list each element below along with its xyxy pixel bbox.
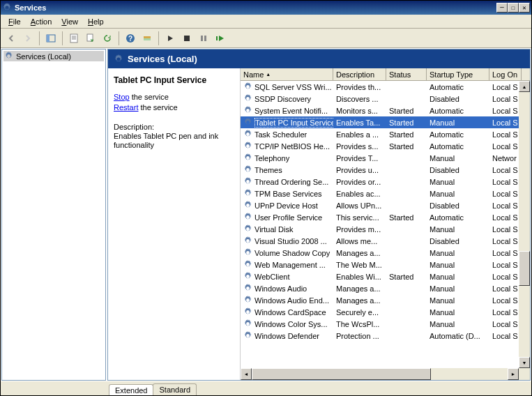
scroll-down-button[interactable]: ▼ — [519, 357, 530, 368]
col-startup-type[interactable]: Startup Type — [427, 68, 489, 80]
forward-button[interactable] — [20, 31, 36, 46]
service-row[interactable]: WebClientEnables Wi...StartedManualLocal… — [241, 271, 530, 282]
titlebar[interactable]: Services ─ ☐ ✕ — [1, 1, 531, 15]
service-row[interactable]: Windows DefenderProtection ...Automatic … — [241, 330, 530, 342]
service-description: Provides or... — [333, 177, 386, 187]
scroll-thumb[interactable] — [519, 251, 530, 286]
service-name: Windows Audio — [254, 284, 307, 293]
tab-standard[interactable]: Standard — [153, 383, 197, 395]
service-logon: Local S — [489, 319, 522, 329]
service-description: This servic... — [333, 213, 386, 222]
service-description: Enables Wi... — [333, 272, 386, 282]
gear-icon — [4, 52, 13, 61]
service-startup: Automatic — [427, 213, 489, 222]
service-row[interactable]: TelephonyProvides T...ManualNetwor — [241, 152, 530, 164]
service-logon: Local S — [489, 236, 522, 246]
pause-service-button[interactable] — [196, 31, 211, 46]
service-row[interactable]: TCP/IP NetBIOS He...Provides s...Started… — [241, 140, 530, 152]
service-name: TPM Base Services — [254, 190, 322, 198]
service-row[interactable]: Windows Color Sys...The WcsPl...ManualLo… — [241, 318, 530, 330]
service-row[interactable]: SSDP DiscoveryDiscovers ...DisabledLocal… — [241, 93, 530, 105]
tree-pane[interactable]: Services (Local) — [1, 49, 106, 381]
service-row[interactable]: Thread Ordering Se...Provides or...Manua… — [241, 176, 530, 188]
service-row[interactable]: ThemesProvides u...DisabledLocal S — [241, 164, 530, 176]
service-row[interactable]: Windows Audio End...Manages a...ManualLo… — [241, 294, 530, 306]
refresh-button[interactable] — [100, 31, 115, 46]
svg-rect-9 — [144, 36, 151, 38]
menu-view[interactable]: View — [56, 16, 83, 27]
service-row[interactable]: Volume Shadow CopyManages a...ManualLoca… — [241, 247, 530, 259]
service-row[interactable]: Web Management ...The Web M...ManualLoca… — [241, 259, 530, 271]
service-icon — [243, 272, 252, 281]
service-name: User Profile Service — [254, 213, 322, 222]
service-logon: Local S — [489, 260, 522, 270]
horizontal-scrollbar[interactable]: ◄ ► — [241, 368, 519, 380]
tab-extended[interactable]: Extended — [109, 384, 153, 396]
service-row[interactable]: Virtual DiskProvides m...ManualLocal S — [241, 223, 530, 235]
service-row[interactable]: TPM Base ServicesEnables ac...ManualLoca… — [241, 188, 530, 199]
service-row[interactable]: Task SchedulerEnables a ...StartedAutoma… — [241, 128, 530, 140]
service-row[interactable]: Windows AudioManages a...ManualLocal S — [241, 282, 530, 294]
service-row[interactable]: SQL Server VSS Wri...Provides th...Autom… — [241, 81, 530, 93]
service-description: Enables Ta... — [333, 118, 386, 128]
service-status: Started — [386, 118, 427, 128]
service-startup: Disabled — [427, 236, 489, 246]
col-name[interactable]: Name▲ — [241, 68, 333, 80]
service-description: Manages a... — [333, 248, 386, 258]
start-service-button[interactable] — [162, 31, 178, 46]
tree-node-services-local[interactable]: Services (Local) — [3, 51, 104, 61]
service-icon — [243, 106, 252, 115]
col-log-on[interactable]: Log On — [489, 68, 522, 80]
restart-service-button[interactable] — [213, 31, 228, 46]
minimize-button[interactable]: ─ — [496, 3, 508, 13]
service-status — [386, 205, 427, 206]
menu-file[interactable]: File — [3, 16, 26, 27]
scroll-thumb-h[interactable] — [252, 368, 431, 380]
back-button[interactable] — [3, 31, 19, 46]
menu-action[interactable]: Action — [26, 16, 57, 27]
service-name: Volume Shadow Copy — [254, 249, 330, 257]
col-status[interactable]: Status — [386, 68, 427, 80]
scroll-right-button[interactable]: ► — [508, 368, 519, 380]
stop-service-link[interactable]: Stop — [114, 93, 130, 101]
service-startup: Disabled — [427, 94, 489, 104]
service-logon: Local S — [489, 82, 522, 92]
vertical-scrollbar[interactable]: ▲ ▼ — [519, 81, 530, 368]
service-row[interactable]: Tablet PC Input ServiceEnables Ta...Star… — [241, 116, 530, 128]
service-row[interactable]: UPnP Device HostAllows UPn...DisabledLoc… — [241, 199, 530, 211]
maximize-button[interactable]: ☐ — [508, 3, 519, 13]
service-row[interactable]: System Event Notifi...Monitors s...Start… — [241, 105, 530, 116]
stop-service-button[interactable] — [179, 31, 195, 46]
service-logon: Local S — [489, 296, 522, 305]
restart-service-link[interactable]: Restart — [114, 103, 138, 112]
help-button[interactable]: ? — [123, 31, 138, 46]
service-logon: Local S — [489, 284, 522, 294]
service-icon — [243, 142, 252, 151]
scroll-left-button[interactable]: ◄ — [241, 368, 252, 380]
service-logon: Local S — [489, 142, 522, 151]
menu-help[interactable]: Help — [83, 16, 109, 27]
service-icon — [243, 224, 252, 234]
open-button[interactable] — [139, 31, 155, 46]
service-logon: Local S — [489, 94, 522, 104]
service-icon — [243, 130, 252, 139]
service-row[interactable]: User Profile ServiceThis servic...Starte… — [241, 211, 530, 223]
close-button[interactable]: ✕ — [519, 3, 530, 13]
service-list[interactable]: Name▲ Description Status Startup Type Lo… — [241, 68, 530, 380]
scroll-up-button[interactable]: ▲ — [519, 81, 530, 92]
service-startup: Manual — [427, 189, 489, 199]
service-description: Enables ac... — [333, 189, 386, 199]
toolbar: ? — [1, 29, 531, 48]
service-name: Tablet PC Input Service — [254, 118, 333, 128]
service-icon — [243, 307, 252, 317]
service-row[interactable]: Visual Studio 2008 ...Allows me...Disabl… — [241, 235, 530, 247]
service-row[interactable]: Windows CardSpaceSecurely e...ManualLoca… — [241, 306, 530, 318]
show-hide-tree-button[interactable] — [43, 31, 59, 46]
service-status: Started — [386, 106, 427, 116]
properties-button[interactable] — [66, 31, 82, 46]
col-description[interactable]: Description — [333, 68, 386, 80]
pane-header: Services (Local) — [108, 50, 530, 68]
service-name: Web Management ... — [254, 261, 326, 269]
service-startup: Disabled — [427, 201, 489, 211]
export-button[interactable] — [83, 31, 98, 46]
